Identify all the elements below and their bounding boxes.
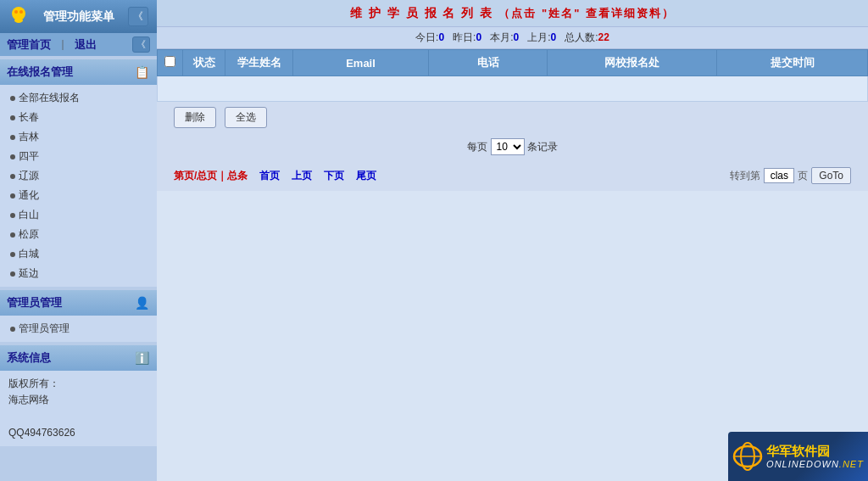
last-month-value: 0 bbox=[551, 31, 557, 43]
copyright-line2: 海志网络 bbox=[8, 392, 148, 408]
goto-input[interactable] bbox=[764, 168, 794, 183]
col-time: 提交时间 bbox=[717, 50, 868, 76]
section-icon-sysinfo: ℹ️ bbox=[133, 350, 150, 366]
section-label-admin: 管理员管理 bbox=[7, 295, 62, 310]
total-label: 总人数: bbox=[565, 31, 598, 43]
svg-point-1 bbox=[14, 18, 23, 23]
section-label-sysinfo: 系统信息 bbox=[7, 350, 51, 366]
per-page-select[interactable]: 10 20 50 bbox=[491, 138, 525, 155]
col-phone: 电话 bbox=[429, 50, 548, 76]
sidebar-item-admin-manage[interactable]: 管理员管理 bbox=[0, 319, 157, 338]
section-header-online-registration: 在线报名管理 📋 bbox=[0, 59, 157, 85]
dot-icon bbox=[10, 135, 15, 140]
yesterday-value: 0 bbox=[476, 31, 481, 43]
dot-icon bbox=[10, 232, 15, 238]
pagination-bar: 第页/总页｜总条 首页 上页 下页 尾页 转到第 页 GoTo bbox=[157, 160, 868, 191]
action-bar: 删除 全选 bbox=[157, 102, 868, 133]
bottom-logo: 华军软件园 ONLINEDOWN.NET bbox=[728, 432, 868, 481]
main-header: 维 护 学 员 报 名 列 表 （点击 "姓名" 查看详细资料） bbox=[157, 0, 868, 27]
sidebar-item-songyuan[interactable]: 松原 bbox=[0, 225, 157, 244]
logout-link[interactable]: 退出 bbox=[75, 37, 97, 53]
per-page-label: 每页 bbox=[467, 141, 487, 153]
sidebar-item-tonghua[interactable]: 通化 bbox=[0, 186, 157, 205]
sidebar-title: 管理功能菜单 bbox=[43, 9, 114, 25]
last-month-label: 上月: bbox=[527, 31, 550, 43]
sidebar-item-baicheng[interactable]: 白城 bbox=[0, 244, 157, 264]
sidebar: 管理功能菜单 《 管理首页 ｜ 退出 《 在线报名管理 📋 全部在线报名 长春 … bbox=[0, 0, 157, 481]
col-campus: 网校报名处 bbox=[548, 50, 717, 76]
select-all-button[interactable]: 全选 bbox=[225, 107, 267, 128]
col-email: Email bbox=[293, 50, 429, 76]
today-label: 今日: bbox=[415, 31, 438, 43]
sidebar-nav: 管理首页 ｜ 退出 《 bbox=[0, 33, 157, 56]
system-info-panel: 版权所有： 海志网络 QQ494763626 bbox=[0, 371, 157, 446]
main-title-note: （点击 "姓名" 查看详细资料） bbox=[498, 7, 675, 20]
month-value: 0 bbox=[513, 31, 519, 43]
section-icon-admin: 👤 bbox=[133, 294, 150, 311]
sidebar-item-siping[interactable]: 四平 bbox=[0, 147, 157, 166]
sidebar-item-baishan[interactable]: 白山 bbox=[0, 205, 157, 225]
table-container: 状态 学生姓名 Email 电话 网校报名处 提交时间 删除 全选 每页 bbox=[157, 49, 868, 481]
pagination-first[interactable]: 首页 bbox=[259, 170, 280, 182]
section-label-online-registration: 在线报名管理 bbox=[7, 64, 73, 80]
logo-main-text: 华军软件园 bbox=[766, 444, 864, 459]
goto-button[interactable]: GoTo bbox=[811, 167, 851, 184]
per-page-unit: 条记录 bbox=[527, 141, 558, 153]
sidebar-item-jilin[interactable]: 吉林 bbox=[0, 127, 157, 147]
main-title: 维 护 学 员 报 名 列 表 （点击 "姓名" 查看详细资料） bbox=[350, 5, 675, 20]
dot-icon bbox=[10, 252, 15, 257]
goto-section: 转到第 页 GoTo bbox=[730, 167, 851, 184]
pagination-links: 第页/总页｜总条 首页 上页 下页 尾页 bbox=[174, 169, 376, 183]
svg-point-2 bbox=[14, 10, 18, 14]
col-checkbox bbox=[158, 50, 183, 76]
today-value: 0 bbox=[438, 31, 444, 43]
per-page-section: 每页 10 20 50 条记录 bbox=[157, 133, 868, 160]
sidebar-item-changchun[interactable]: 长春 bbox=[0, 108, 157, 127]
section-icon-online-registration: 📋 bbox=[133, 64, 150, 81]
sidebar-collapse-button[interactable]: 《 bbox=[128, 7, 148, 26]
table-empty-row bbox=[158, 76, 868, 102]
pagination-last[interactable]: 尾页 bbox=[356, 170, 376, 182]
logo-sub-text: ONLINEDOWN.NET bbox=[766, 459, 864, 469]
section-items-admin: 管理员管理 bbox=[0, 316, 157, 342]
dot-icon bbox=[10, 193, 15, 199]
total-value: 22 bbox=[598, 31, 609, 43]
col-status: 状态 bbox=[183, 50, 225, 76]
sidebar-logo-icon bbox=[8, 5, 29, 28]
dot-icon bbox=[10, 96, 15, 101]
pagination-prev[interactable]: 上页 bbox=[292, 170, 312, 182]
copyright-line3 bbox=[8, 408, 148, 424]
dot-icon bbox=[10, 115, 15, 120]
sidebar-back-button[interactable]: 《 bbox=[132, 36, 150, 53]
section-items-online-registration: 全部在线报名 长春 吉林 四平 辽源 通化 白山 松原 bbox=[0, 85, 157, 287]
main-content: 维 护 学 员 报 名 列 表 （点击 "姓名" 查看详细资料） 今日:0 昨日… bbox=[157, 0, 868, 481]
col-name: 学生姓名 bbox=[225, 50, 293, 76]
goto-label: 转到第 bbox=[730, 169, 760, 183]
section-header-sysinfo: 系统信息 ℹ️ bbox=[0, 345, 157, 371]
stats-bar: 今日:0 昨日:0 本月:0 上月:0 总人数:22 bbox=[157, 27, 868, 49]
home-link[interactable]: 管理首页 bbox=[7, 37, 51, 53]
yesterday-label: 昨日: bbox=[453, 31, 476, 43]
sidebar-item-yanbian[interactable]: 延边 bbox=[0, 264, 157, 283]
copyright-line4: QQ494763626 bbox=[8, 425, 148, 441]
dot-icon bbox=[10, 213, 15, 218]
dot-icon bbox=[10, 271, 15, 277]
svg-point-3 bbox=[19, 10, 23, 14]
dot-icon bbox=[10, 174, 15, 179]
copyright-line1: 版权所有： bbox=[8, 376, 148, 392]
delete-button[interactable]: 删除 bbox=[174, 107, 216, 128]
goto-page-label: 页 bbox=[798, 169, 808, 183]
header-checkbox[interactable] bbox=[164, 56, 175, 67]
pagination-next[interactable]: 下页 bbox=[324, 170, 344, 182]
sidebar-header: 管理功能菜单 《 bbox=[0, 0, 157, 33]
month-label: 本月: bbox=[490, 31, 513, 43]
dot-icon bbox=[10, 154, 15, 159]
dot-icon bbox=[10, 327, 15, 332]
section-header-admin: 管理员管理 👤 bbox=[0, 290, 157, 316]
data-table: 状态 学生姓名 Email 电话 网校报名处 提交时间 bbox=[157, 49, 868, 102]
sidebar-item-liaoyuan[interactable]: 辽源 bbox=[0, 166, 157, 186]
pagination-info: 第页/总页｜总条 bbox=[174, 170, 248, 182]
nav-separator: ｜ bbox=[58, 37, 68, 52]
sidebar-item-all[interactable]: 全部在线报名 bbox=[0, 88, 157, 108]
